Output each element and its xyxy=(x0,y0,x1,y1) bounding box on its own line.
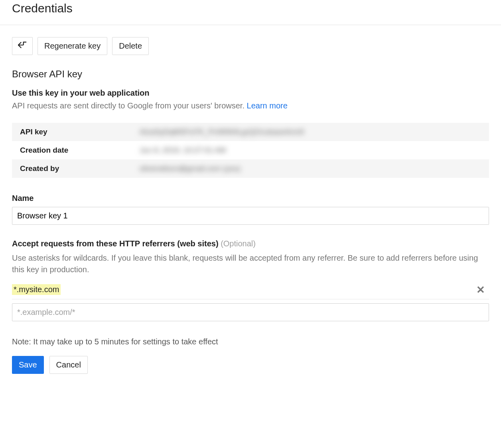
section-sub-heading: Use this key in your web application xyxy=(12,88,489,98)
referrer-row: *.mysite.com ✕ xyxy=(12,280,489,299)
table-row: Created by oliverwilson@gmail.com (you) xyxy=(12,159,489,178)
learn-more-link[interactable]: Learn more xyxy=(247,101,288,110)
creation-date-value: Jun 8, 2019, 10:27:01 AM xyxy=(132,141,489,159)
helper-text-span: API requests are sent directly to Google… xyxy=(12,101,245,110)
referrers-label-text: Accept requests from these HTTP referrer… xyxy=(12,239,219,248)
page-title: Credentials xyxy=(0,0,501,25)
back-arrow-icon xyxy=(18,41,27,51)
created-by-value: oliverwilson@gmail.com (you) xyxy=(132,159,489,178)
optional-label: (Optional) xyxy=(221,239,256,248)
save-button[interactable]: Save xyxy=(12,356,44,374)
created-by-label: Created by xyxy=(12,159,132,178)
regenerate-key-button[interactable]: Regenerate key xyxy=(37,37,107,55)
cancel-button[interactable]: Cancel xyxy=(49,356,88,374)
delete-button[interactable]: Delete xyxy=(112,37,149,55)
table-row: Creation date Jun 8, 2019, 10:27:01 AM xyxy=(12,141,489,159)
creation-date-label: Creation date xyxy=(12,141,132,159)
settings-note: Note: It may take up to 5 minutes for se… xyxy=(12,337,489,346)
referrer-input[interactable] xyxy=(12,303,489,321)
remove-referrer-icon[interactable]: ✕ xyxy=(473,285,488,295)
bottom-action-bar: Save Cancel xyxy=(12,356,489,374)
name-field-block: Name xyxy=(12,194,489,225)
back-button[interactable] xyxy=(12,37,33,55)
name-label: Name xyxy=(12,194,489,203)
referrer-value: *.mysite.com xyxy=(12,284,61,295)
referrers-field-block: Accept requests from these HTTP referrer… xyxy=(12,239,489,321)
info-table: API key AIzaSyDqMSFxl7K_PvIWW4LgrQOcubas… xyxy=(12,123,489,178)
main-content: Regenerate key Delete Browser API key Us… xyxy=(0,25,501,390)
api-key-value: AIzaSyDqMSFxl7K_PvIWW4LgrQOcubase4nm9 xyxy=(132,123,489,141)
referrers-label: Accept requests from these HTTP referrer… xyxy=(12,239,489,248)
referrers-helper: Use asterisks for wildcards. If you leav… xyxy=(12,252,489,275)
section-helper: API requests are sent directly to Google… xyxy=(12,100,489,112)
table-row: API key AIzaSyDqMSFxl7K_PvIWW4LgrQOcubas… xyxy=(12,123,489,141)
api-key-label: API key xyxy=(12,123,132,141)
top-action-bar: Regenerate key Delete xyxy=(12,37,489,55)
section-heading: Browser API key xyxy=(12,69,489,80)
name-input[interactable] xyxy=(12,207,489,225)
